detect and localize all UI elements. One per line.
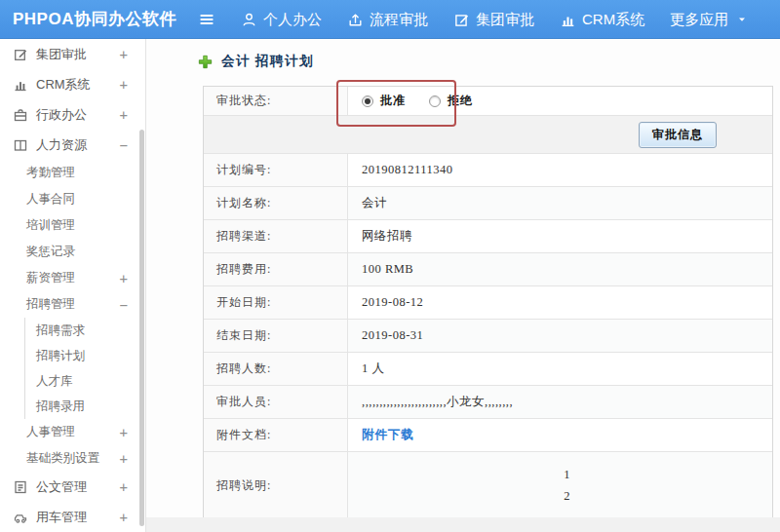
sidebar: 集团审批 + CRM系统 + 行政办公 + 人力资源 − 考勤管理 人事合同 培…	[0, 39, 146, 532]
approval-status-row: 审批状态: 批准 拒绝	[204, 87, 772, 116]
content-footer-strip	[146, 517, 780, 532]
sidebar-item[interactable]: 基础类别设置 +	[0, 445, 145, 472]
description-line: 1	[564, 469, 570, 480]
expand-toggle[interactable]: +	[120, 77, 128, 93]
field-label: 计划名称:	[204, 187, 348, 219]
expand-toggle[interactable]: +	[120, 451, 128, 467]
field-label: 招聘说明:	[204, 452, 348, 518]
sidebar-item[interactable]: 招聘管理 −	[0, 291, 145, 318]
sidebar-item-label: 薪资管理	[26, 270, 75, 286]
sidebar-item-label: 基础类别设置	[26, 450, 99, 467]
page-title: 会计 招聘计划	[221, 53, 314, 70]
sidebar-item-label: 人事合同	[26, 191, 75, 208]
nav-label: 个人办公	[263, 11, 322, 29]
sidebar-item-label: 奖惩记录	[26, 244, 75, 260]
sidebar-item-label: 人才库	[36, 373, 73, 390]
nav-item-personal-office[interactable]: 个人办公	[241, 11, 322, 29]
approval-radio-group: 批准 拒绝	[362, 93, 487, 109]
radio-button-unchecked[interactable]	[429, 95, 441, 107]
nav-item-more-apps[interactable]: 更多应用	[670, 11, 748, 29]
sidebar-item-label: 人事管理	[26, 424, 75, 440]
field-label: 招聘人数:	[204, 353, 348, 385]
expand-toggle[interactable]: +	[120, 271, 128, 286]
add-plus-icon	[198, 55, 213, 69]
expand-toggle[interactable]: +	[120, 425, 128, 440]
table-row: 计划编号: 20190812111340	[204, 154, 772, 187]
sidebar-item-label: 公文管理	[36, 478, 87, 496]
field-value: 1 人	[348, 353, 772, 385]
sidebar-item[interactable]: 公文管理 +	[0, 472, 145, 502]
sidebar-item[interactable]: 人才库	[24, 368, 145, 394]
field-label: 招聘费用:	[204, 253, 348, 285]
main-content: 会计 招聘计划 审批状态: 批准 拒绝	[146, 39, 780, 532]
table-row: 结束日期: 2019-08-31	[204, 320, 772, 353]
nav-label: 流程审批	[370, 11, 428, 29]
radio-label: 批准	[380, 93, 406, 109]
radio-label: 拒绝	[448, 93, 473, 109]
sidebar-menu: 集团审批 + CRM系统 + 行政办公 + 人力资源 − 考勤管理 人事合同 培…	[0, 39, 145, 532]
table-row: 招聘费用: 100 RMB	[204, 253, 772, 286]
app-title: PHPOA协同办公软件	[13, 0, 176, 39]
table-row: 招聘说明: 12	[204, 452, 772, 518]
expand-toggle[interactable]: −	[120, 137, 128, 153]
hamburger-menu-icon[interactable]	[198, 11, 215, 28]
caret-down-icon	[736, 14, 748, 25]
sidebar-item[interactable]: 招聘计划	[24, 343, 145, 368]
field-value: 网络招聘	[348, 220, 772, 252]
sidebar-item-label: 行政办公	[36, 106, 87, 124]
expand-toggle[interactable]: +	[120, 47, 128, 62]
recruitment-plan-form: 审批状态: 批准 拒绝 审批信息	[203, 86, 773, 519]
table-row: 附件文档: 附件下载	[204, 419, 772, 452]
field-label: 附件文档:	[204, 419, 348, 451]
sidebar-item[interactable]: CRM系统 +	[0, 69, 145, 99]
field-label: 开始日期:	[204, 286, 348, 319]
field-value: 2019-08-31	[348, 320, 772, 352]
sidebar-scrollbar-thumb[interactable]	[139, 130, 144, 526]
sidebar-item[interactable]: 行政办公 +	[0, 99, 145, 130]
expand-toggle[interactable]: +	[120, 479, 128, 495]
approve-radio-option[interactable]: 批准	[362, 93, 406, 109]
table-row: 招聘渠道: 网络招聘	[204, 220, 772, 253]
field-value: 20190812111340	[348, 154, 772, 186]
sidebar-item[interactable]: 奖惩记录	[0, 239, 145, 265]
sidebar-item[interactable]: 人事合同	[0, 186, 145, 212]
table-row: 审批人员: ,,,,,,,,,,,,,,,,,,,,,,,,小龙女,,,,,,,…	[204, 386, 772, 419]
field-value: 12	[348, 452, 772, 518]
field-label: 招聘渠道:	[204, 220, 348, 252]
expand-toggle[interactable]: +	[120, 107, 128, 123]
radio-button-checked[interactable]	[362, 95, 373, 107]
table-row: 招聘人数: 1 人	[204, 353, 772, 386]
sidebar-item-label: CRM系统	[36, 76, 91, 94]
chart-icon	[560, 12, 576, 28]
sidebar-item[interactable]: 招聘录用	[24, 394, 145, 419]
app-window: PHPOA协同办公软件 个人办公 流程审批 集团审批 CRM系统 更多应用	[0, 0, 780, 532]
briefcase-icon	[13, 107, 28, 123]
field-label: 结束日期:	[204, 320, 348, 352]
table-row: 计划名称: 会计	[204, 187, 772, 220]
sidebar-item[interactable]: 考勤管理	[0, 160, 145, 186]
sidebar-item-label: 招聘计划	[36, 348, 85, 364]
field-value: ,,,,,,,,,,,,,,,,,,,,,,,,小龙女,,,,,,,,	[348, 386, 772, 418]
field-label: 审批状态:	[204, 87, 348, 115]
field-rows: 计划编号: 20190812111340 计划名称: 会计 招聘渠道: 网络招聘…	[204, 154, 772, 518]
nav-item-group-approval[interactable]: 集团审批	[453, 11, 534, 29]
nav-item-crm-system[interactable]: CRM系统	[560, 11, 644, 29]
edit-icon	[453, 12, 470, 28]
sidebar-item[interactable]: 人事管理 +	[0, 419, 145, 445]
sidebar-item[interactable]: 招聘需求	[24, 318, 145, 343]
attachment-download-link[interactable]: 附件下载	[362, 427, 414, 443]
sidebar-item[interactable]: 薪资管理 +	[0, 265, 145, 291]
reject-radio-option[interactable]: 拒绝	[429, 93, 473, 109]
expand-toggle[interactable]: +	[120, 510, 128, 525]
sidebar-item[interactable]: 集团审批 +	[0, 39, 145, 69]
sidebar-item[interactable]: 人力资源 −	[0, 130, 145, 160]
field-value: 100 RMB	[348, 253, 772, 285]
field-value: 2019-08-12	[348, 286, 772, 319]
sidebar-item[interactable]: 培训管理	[0, 212, 145, 239]
approval-info-button[interactable]: 审批信息	[639, 122, 717, 148]
nav-label: 集团审批	[476, 11, 534, 29]
expand-toggle[interactable]: −	[120, 297, 128, 313]
nav-item-workflow-approval[interactable]: 流程审批	[347, 11, 428, 29]
sidebar-item[interactable]: 用车管理 +	[0, 502, 145, 532]
top-bar: PHPOA协同办公软件 个人办公 流程审批 集团审批 CRM系统 更多应用	[0, 0, 780, 39]
